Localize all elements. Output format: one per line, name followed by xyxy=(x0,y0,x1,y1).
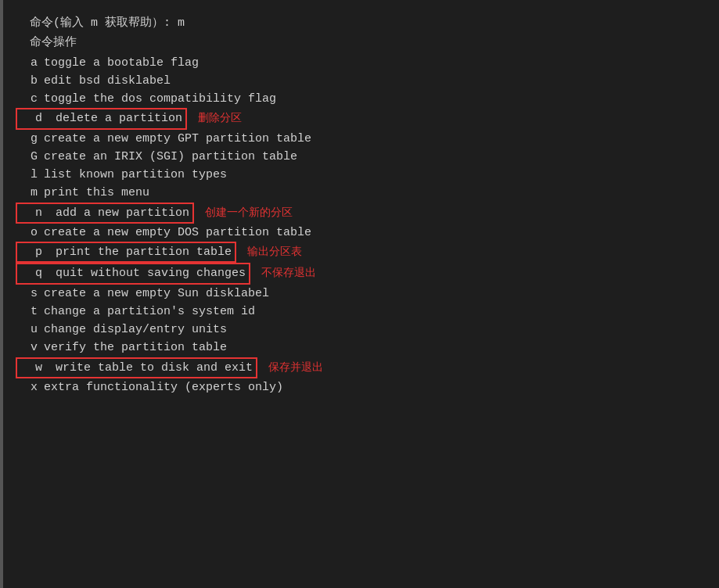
cmd-key-d: d xyxy=(20,109,49,127)
cmd-desc-b: edit bsd disklabel xyxy=(44,72,171,90)
box-wrapper-w: w write table to disk and exit xyxy=(16,357,257,378)
cmd-key-l: l xyxy=(16,166,44,184)
cmd-key-o: o xyxy=(16,224,44,242)
command-line-x: x extra functionality (experts only) xyxy=(16,378,703,396)
command-line-u: u change display/entry units xyxy=(16,321,703,339)
command-line-g: g create a new empty GPT partition table xyxy=(16,130,703,148)
cmd-key-u: u xyxy=(16,321,44,339)
command-line-c: c toggle the dos compatibility flag xyxy=(16,90,703,108)
cmd-desc-d: delete a partition xyxy=(49,112,182,125)
cmd-key-w: w xyxy=(20,359,49,377)
cmd-desc-v: verify the partition table xyxy=(44,339,227,357)
command-line-q: q quit without saving changes不保存退出 xyxy=(16,263,703,284)
command-line-m: m print this menu xyxy=(16,184,703,202)
section-title: 命令操作 xyxy=(16,34,703,52)
command-line-v: v verify the partition table xyxy=(16,339,703,357)
box-wrapper-n: n add a new partition xyxy=(16,203,194,224)
box-wrapper-p: p print the partition table xyxy=(16,242,236,263)
annotation-n: 创建一个新的分区 xyxy=(205,204,293,221)
cmd-key-m: m xyxy=(16,184,44,202)
cmd-desc-s: create a new empty Sun disklabel xyxy=(44,285,269,303)
header-text: 命令(输入 m 获取帮助）: m xyxy=(30,16,185,30)
annotation-d: 删除分区 xyxy=(198,109,242,127)
section-label: 命令操作 xyxy=(30,36,77,49)
cmd-desc-u: change display/entry units xyxy=(44,321,227,339)
command-line-t: t change a partition's system id xyxy=(16,303,703,321)
command-line-w: w write table to disk and exit保存并退出 xyxy=(16,357,703,378)
command-line-d: d delete a partition删除分区 xyxy=(16,108,703,129)
command-line-a: a toggle a bootable flag xyxy=(16,54,703,72)
cmd-key-s: s xyxy=(16,285,44,303)
cmd-key-G: G xyxy=(16,148,44,166)
cmd-desc-o: create a new empty DOS partition table xyxy=(44,224,311,242)
header-line: 命令(输入 m 获取帮助）: m xyxy=(16,14,703,32)
cmd-key-a: a xyxy=(16,54,44,72)
cmd-key-b: b xyxy=(16,72,44,90)
cmd-desc-q: quit without saving changes xyxy=(49,267,246,280)
cmd-key-g: g xyxy=(16,130,44,148)
commands-container: a toggle a bootable flagb edit bsd diskl… xyxy=(16,54,703,397)
command-line-G: G create an IRIX (SGI) partition table xyxy=(16,148,703,166)
cmd-key-x: x xyxy=(16,378,44,396)
cmd-desc-x: extra functionality (experts only) xyxy=(44,378,283,396)
box-wrapper-d: d delete a partition xyxy=(16,108,187,129)
cmd-key-p: p xyxy=(20,243,49,261)
cmd-key-n: n xyxy=(20,204,49,222)
left-bar xyxy=(0,0,3,588)
command-line-p: p print the partition table输出分区表 xyxy=(16,242,703,263)
command-line-o: o create a new empty DOS partition table xyxy=(16,224,703,242)
cmd-desc-m: print this menu xyxy=(44,184,149,202)
cmd-key-c: c xyxy=(16,90,44,108)
cmd-key-t: t xyxy=(16,303,44,321)
annotation-p: 输出分区表 xyxy=(247,243,302,260)
command-line-b: b edit bsd disklabel xyxy=(16,72,703,90)
cmd-desc-p: print the partition table xyxy=(49,246,232,259)
annotation-w: 保存并退出 xyxy=(268,359,323,376)
command-line-l: l list known partition types xyxy=(16,166,703,184)
cmd-desc-w: write table to disk and exit xyxy=(49,361,253,375)
command-line-s: s create a new empty Sun disklabel xyxy=(16,285,703,303)
cmd-desc-c: toggle the dos compatibility flag xyxy=(44,90,276,108)
cmd-desc-t: change a partition's system id xyxy=(44,303,255,321)
cmd-desc-a: toggle a bootable flag xyxy=(44,54,199,72)
cmd-desc-n: add a new partition xyxy=(49,206,189,220)
cmd-desc-g: create a new empty GPT partition table xyxy=(44,130,311,148)
cmd-desc-G: create an IRIX (SGI) partition table xyxy=(44,148,297,166)
cmd-desc-l: list known partition types xyxy=(44,166,227,184)
cmd-key-v: v xyxy=(16,339,44,357)
annotation-q: 不保存退出 xyxy=(261,264,316,281)
command-line-n: n add a new partition创建一个新的分区 xyxy=(16,203,703,224)
cmd-key-q: q xyxy=(20,264,49,282)
terminal: 命令(输入 m 获取帮助）: m 命令操作 a toggle a bootabl… xyxy=(0,0,719,588)
box-wrapper-q: q quit without saving changes xyxy=(16,263,250,284)
